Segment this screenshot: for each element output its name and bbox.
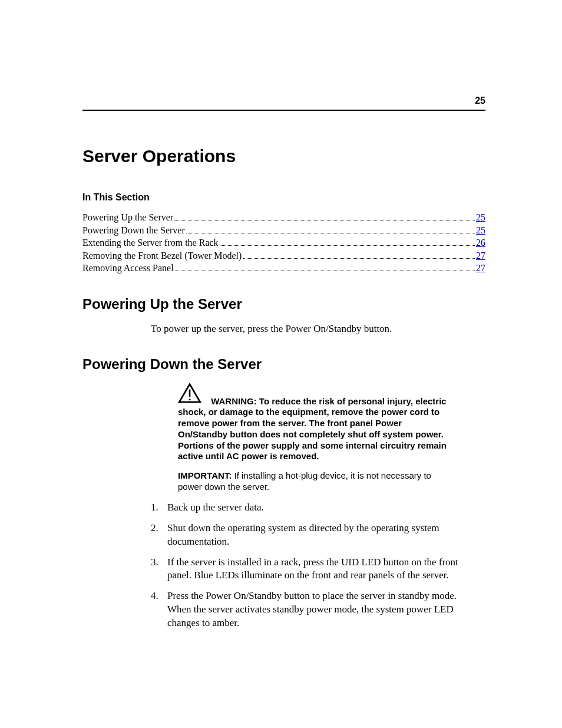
toc-page-link[interactable]: 27 — [476, 262, 485, 275]
section-heading-power-down: Powering Down the Server — [82, 356, 485, 373]
list-number: 2. — [151, 522, 167, 549]
toc-row: Removing the Front Bezel (Tower Model) 2… — [82, 249, 485, 262]
section1-body: To power up the server, press the Power … — [151, 323, 480, 335]
toc-page-link[interactable]: 25 — [476, 224, 485, 237]
list-text: Back up the server data. — [167, 501, 474, 515]
important-label: IMPORTANT: — [178, 470, 234, 480]
list-item: 1.Back up the server data. — [151, 501, 474, 515]
toc-item-title: Extending the Server from the Rack — [82, 236, 219, 249]
toc-item-title: Powering Up the Server — [82, 211, 173, 224]
table-of-contents: Powering Up the Server 25 Powering Down … — [82, 211, 485, 275]
toc-item-title: Removing the Front Bezel (Tower Model) — [82, 249, 242, 262]
toc-leader-dots — [220, 245, 475, 246]
warning-triangle-icon — [178, 383, 201, 406]
list-item: 2.Shut down the operating system as dire… — [151, 522, 474, 549]
warning-note: WARNING: To reduce the risk of personal … — [178, 383, 450, 462]
toc-leader-dots — [243, 258, 475, 259]
toc-page-link[interactable]: 25 — [476, 211, 485, 224]
list-text: Press the Power On/Standby button to pla… — [167, 589, 474, 630]
list-text: Shut down the operating system as direct… — [167, 522, 474, 549]
list-text: If the server is installed in a rack, pr… — [167, 556, 474, 583]
page-number: 25 — [475, 95, 485, 106]
toc-row: Removing Access Panel 27 — [82, 262, 485, 275]
important-note: IMPORTANT: If installing a hot-plug devi… — [178, 470, 450, 493]
list-item: 4.Press the Power On/Standby button to p… — [151, 589, 474, 630]
toc-page-link[interactable]: 26 — [476, 236, 485, 249]
ordered-steps: 1.Back up the server data. 2.Shut down t… — [151, 501, 474, 631]
list-item: 3.If the server is installed in a rack, … — [151, 556, 474, 583]
svg-point-1 — [189, 398, 190, 400]
warning-label: WARNING: — [211, 396, 259, 406]
toc-page-link[interactable]: 27 — [476, 249, 485, 262]
toc-item-title: Powering Down the Server — [82, 224, 185, 237]
toc-leader-dots — [186, 233, 475, 233]
toc-row: Powering Down the Server 25 — [82, 224, 485, 237]
list-number: 4. — [151, 589, 167, 630]
page-title: Server Operations — [82, 146, 485, 166]
toc-item-title: Removing Access Panel — [82, 262, 174, 275]
toc-row: Extending the Server from the Rack 26 — [82, 236, 485, 249]
toc-leader-dots — [175, 271, 475, 271]
list-number: 3. — [151, 556, 167, 583]
header-rule — [82, 110, 485, 111]
section-heading-power-up: Powering Up the Server — [82, 296, 485, 312]
toc-leader-dots — [174, 220, 475, 220]
list-number: 1. — [151, 501, 167, 515]
toc-row: Powering Up the Server 25 — [82, 211, 485, 224]
in-this-section-label: In This Section — [82, 192, 485, 203]
